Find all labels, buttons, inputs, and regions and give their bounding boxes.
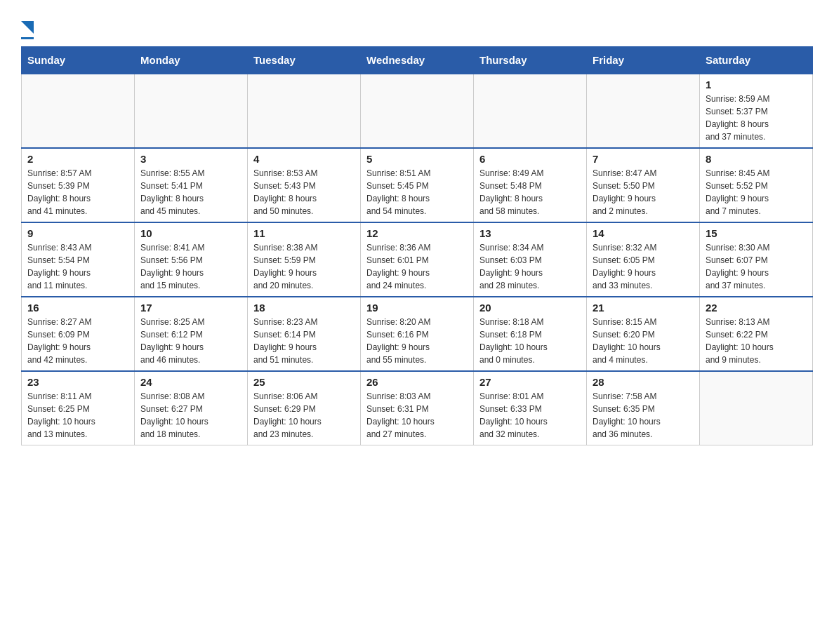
day-info: Sunrise: 8:53 AM Sunset: 5:43 PM Dayligh… (253, 167, 355, 217)
calendar-week-1: 2Sunrise: 8:57 AM Sunset: 5:39 PM Daylig… (22, 148, 813, 222)
calendar-cell: 8Sunrise: 8:45 AM Sunset: 5:52 PM Daylig… (700, 148, 813, 222)
day-number: 12 (366, 227, 468, 239)
day-number: 28 (593, 376, 694, 388)
day-number: 5 (366, 153, 468, 165)
logo (21, 21, 34, 39)
logo-triangle-icon (21, 21, 34, 35)
svg-marker-0 (21, 21, 34, 34)
day-info: Sunrise: 8:23 AM Sunset: 6:14 PM Dayligh… (253, 316, 355, 366)
day-info: Sunrise: 8:27 AM Sunset: 6:09 PM Dayligh… (27, 316, 128, 366)
calendar-cell: 12Sunrise: 8:36 AM Sunset: 6:01 PM Dayli… (361, 222, 474, 297)
day-number: 22 (706, 302, 807, 314)
day-number: 17 (140, 302, 241, 314)
day-number: 21 (593, 302, 694, 314)
day-info: Sunrise: 8:01 AM Sunset: 6:33 PM Dayligh… (479, 390, 581, 441)
day-number: 14 (593, 227, 694, 239)
day-number: 4 (253, 153, 355, 165)
calendar-table: SundayMondayTuesdayWednesdayThursdayFrid… (21, 46, 813, 445)
day-number: 1 (706, 79, 807, 90)
calendar-cell: 9Sunrise: 8:43 AM Sunset: 5:54 PM Daylig… (22, 222, 135, 297)
day-info: Sunrise: 8:11 AM Sunset: 6:25 PM Dayligh… (27, 390, 128, 441)
day-info: Sunrise: 8:51 AM Sunset: 5:45 PM Dayligh… (366, 167, 468, 217)
day-info: Sunrise: 8:47 AM Sunset: 5:50 PM Dayligh… (593, 167, 694, 217)
day-number: 26 (366, 376, 468, 388)
calendar-cell: 21Sunrise: 8:15 AM Sunset: 6:20 PM Dayli… (587, 297, 700, 371)
calendar-cell (474, 74, 587, 148)
calendar-cell: 14Sunrise: 8:32 AM Sunset: 6:05 PM Dayli… (587, 222, 700, 297)
day-info: Sunrise: 8:36 AM Sunset: 6:01 PM Dayligh… (366, 241, 468, 292)
calendar-cell: 15Sunrise: 8:30 AM Sunset: 6:07 PM Dayli… (700, 222, 813, 297)
calendar-cell: 17Sunrise: 8:25 AM Sunset: 6:12 PM Dayli… (135, 297, 248, 371)
day-info: Sunrise: 8:15 AM Sunset: 6:20 PM Dayligh… (593, 316, 694, 366)
calendar-cell (248, 74, 361, 148)
calendar-cell: 20Sunrise: 8:18 AM Sunset: 6:18 PM Dayli… (474, 297, 587, 371)
calendar-week-2: 9Sunrise: 8:43 AM Sunset: 5:54 PM Daylig… (22, 222, 813, 297)
day-number: 18 (253, 302, 355, 314)
weekday-friday: Friday (587, 47, 700, 74)
day-number: 19 (366, 302, 468, 314)
day-info: Sunrise: 8:08 AM Sunset: 6:27 PM Dayligh… (140, 390, 241, 441)
calendar-cell (587, 74, 700, 148)
calendar-cell (361, 74, 474, 148)
day-number: 8 (706, 153, 807, 165)
weekday-thursday: Thursday (474, 47, 587, 74)
calendar-cell: 25Sunrise: 8:06 AM Sunset: 6:29 PM Dayli… (248, 371, 361, 445)
day-info: Sunrise: 8:34 AM Sunset: 6:03 PM Dayligh… (479, 241, 581, 292)
day-info: Sunrise: 8:18 AM Sunset: 6:18 PM Dayligh… (479, 316, 581, 366)
day-number: 16 (27, 302, 128, 314)
weekday-saturday: Saturday (700, 47, 813, 74)
day-number: 10 (140, 227, 241, 239)
calendar-cell: 5Sunrise: 8:51 AM Sunset: 5:45 PM Daylig… (361, 148, 474, 222)
calendar-cell (135, 74, 248, 148)
day-info: Sunrise: 8:25 AM Sunset: 6:12 PM Dayligh… (140, 316, 241, 366)
day-info: Sunrise: 8:13 AM Sunset: 6:22 PM Dayligh… (706, 316, 807, 366)
calendar-cell: 22Sunrise: 8:13 AM Sunset: 6:22 PM Dayli… (700, 297, 813, 371)
day-info: Sunrise: 8:45 AM Sunset: 5:52 PM Dayligh… (706, 167, 807, 217)
calendar-cell: 11Sunrise: 8:38 AM Sunset: 5:59 PM Dayli… (248, 222, 361, 297)
day-info: Sunrise: 8:41 AM Sunset: 5:56 PM Dayligh… (140, 241, 241, 292)
calendar-cell: 13Sunrise: 8:34 AM Sunset: 6:03 PM Dayli… (474, 222, 587, 297)
day-number: 27 (479, 376, 581, 388)
calendar-week-4: 23Sunrise: 8:11 AM Sunset: 6:25 PM Dayli… (22, 371, 813, 445)
calendar-cell (22, 74, 135, 148)
day-info: Sunrise: 8:38 AM Sunset: 5:59 PM Dayligh… (253, 241, 355, 292)
day-number: 20 (479, 302, 581, 314)
calendar-cell: 24Sunrise: 8:08 AM Sunset: 6:27 PM Dayli… (135, 371, 248, 445)
calendar-cell: 18Sunrise: 8:23 AM Sunset: 6:14 PM Dayli… (248, 297, 361, 371)
calendar-cell: 4Sunrise: 8:53 AM Sunset: 5:43 PM Daylig… (248, 148, 361, 222)
calendar-cell: 3Sunrise: 8:55 AM Sunset: 5:41 PM Daylig… (135, 148, 248, 222)
day-info: Sunrise: 8:03 AM Sunset: 6:31 PM Dayligh… (366, 390, 468, 441)
day-info: Sunrise: 8:57 AM Sunset: 5:39 PM Dayligh… (27, 167, 128, 217)
calendar-cell: 16Sunrise: 8:27 AM Sunset: 6:09 PM Dayli… (22, 297, 135, 371)
calendar-header: SundayMondayTuesdayWednesdayThursdayFrid… (22, 47, 813, 74)
day-number: 2 (27, 153, 128, 165)
calendar-cell: 27Sunrise: 8:01 AM Sunset: 6:33 PM Dayli… (474, 371, 587, 445)
calendar-cell: 19Sunrise: 8:20 AM Sunset: 6:16 PM Dayli… (361, 297, 474, 371)
day-number: 13 (479, 227, 581, 239)
day-info: Sunrise: 8:30 AM Sunset: 6:07 PM Dayligh… (706, 241, 807, 292)
day-info: Sunrise: 8:49 AM Sunset: 5:48 PM Dayligh… (479, 167, 581, 217)
calendar-cell: 2Sunrise: 8:57 AM Sunset: 5:39 PM Daylig… (22, 148, 135, 222)
day-info: Sunrise: 8:43 AM Sunset: 5:54 PM Dayligh… (27, 241, 128, 292)
day-info: Sunrise: 8:59 AM Sunset: 5:37 PM Dayligh… (706, 93, 807, 143)
weekday-monday: Monday (135, 47, 248, 74)
calendar-cell: 6Sunrise: 8:49 AM Sunset: 5:48 PM Daylig… (474, 148, 587, 222)
weekday-tuesday: Tuesday (248, 47, 361, 74)
calendar-cell: 26Sunrise: 8:03 AM Sunset: 6:31 PM Dayli… (361, 371, 474, 445)
day-info: Sunrise: 7:58 AM Sunset: 6:35 PM Dayligh… (593, 390, 694, 441)
day-info: Sunrise: 8:55 AM Sunset: 5:41 PM Dayligh… (140, 167, 241, 217)
weekday-sunday: Sunday (22, 47, 135, 74)
day-info: Sunrise: 8:32 AM Sunset: 6:05 PM Dayligh… (593, 241, 694, 292)
calendar-cell: 1Sunrise: 8:59 AM Sunset: 5:37 PM Daylig… (700, 74, 813, 148)
day-number: 9 (27, 227, 128, 239)
day-number: 6 (479, 153, 581, 165)
day-number: 7 (593, 153, 694, 165)
weekday-header-row: SundayMondayTuesdayWednesdayThursdayFrid… (22, 47, 813, 74)
calendar-week-0: 1Sunrise: 8:59 AM Sunset: 5:37 PM Daylig… (22, 74, 813, 148)
calendar-cell: 28Sunrise: 7:58 AM Sunset: 6:35 PM Dayli… (587, 371, 700, 445)
day-info: Sunrise: 8:20 AM Sunset: 6:16 PM Dayligh… (366, 316, 468, 366)
day-number: 3 (140, 153, 241, 165)
calendar-body: 1Sunrise: 8:59 AM Sunset: 5:37 PM Daylig… (22, 74, 813, 445)
day-number: 24 (140, 376, 241, 388)
weekday-wednesday: Wednesday (361, 47, 474, 74)
